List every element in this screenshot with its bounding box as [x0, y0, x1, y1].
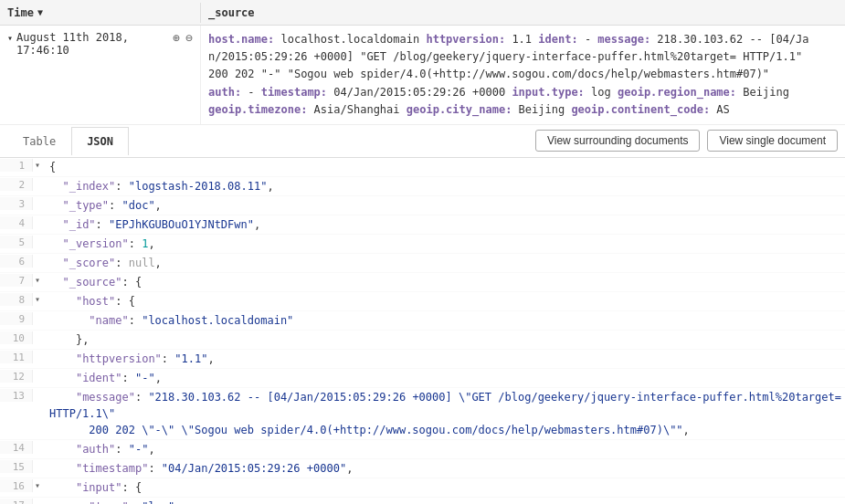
- json-line: 1 ▾ {: [0, 158, 845, 177]
- json-line: 17 "type": "log": [0, 498, 845, 504]
- sort-icon[interactable]: ▼: [37, 7, 43, 17]
- json-line: 11 "httpversion": "1.1",: [0, 350, 845, 369]
- json-line: 4 "_id": "EPJhKGUBOuO1YJNtDFwn",: [0, 215, 845, 235]
- tabs-bar: Table JSON View surrounding documents Vi…: [0, 125, 845, 158]
- log-timestamp: August 11th 2018, 17:46:10: [16, 31, 167, 57]
- json-line: 8 ▾ "host": {: [0, 292, 845, 311]
- json-line: 5 "_version": 1,: [0, 235, 845, 254]
- zoom-out-icon[interactable]: ⊖: [185, 31, 193, 45]
- time-label: Time: [7, 6, 34, 19]
- time-column-header[interactable]: Time ▼: [0, 3, 201, 23]
- json-line: 13 "message": "218.30.103.62 -- [04/Jan/…: [0, 388, 845, 440]
- view-surrounding-button[interactable]: View surrounding documents: [535, 130, 701, 152]
- source-column-header: _source: [201, 3, 262, 23]
- json-line: 7 ▾ "_source": {: [0, 273, 845, 292]
- table-header: Time ▼ _source: [0, 0, 845, 26]
- json-line: 15 "timestamp": "04/Jan/2015:05:29:26 +0…: [0, 459, 845, 478]
- log-entry-row: ▾ August 11th 2018, 17:46:10 ⊕ ⊖ host.na…: [0, 26, 845, 125]
- expand-icon[interactable]: ▾: [7, 33, 13, 43]
- tabs-right: View surrounding documents View single d…: [535, 130, 838, 152]
- field-pair-3: geoip.timezone: Asia/Shanghai geoip.city…: [208, 103, 730, 116]
- log-source-cell: host.name: localhost.localdomain httpver…: [201, 26, 845, 124]
- json-line: 14 "auth": "-",: [0, 440, 845, 459]
- field-pair: host.name: localhost.localdomain httpver…: [208, 33, 809, 80]
- log-time-cell: ▾ August 11th 2018, 17:46:10 ⊕ ⊖: [0, 26, 201, 124]
- json-line: 12 "ident": "-",: [0, 369, 845, 388]
- zoom-in-icon[interactable]: ⊕: [173, 31, 180, 45]
- json-line: 6 "_score": null,: [0, 254, 845, 273]
- tab-json[interactable]: JSON: [71, 127, 129, 155]
- tab-table[interactable]: Table: [7, 127, 71, 155]
- json-content-area: 1 ▾ { 2 "_index": "logstash-2018.08.11",…: [0, 158, 845, 504]
- json-line: 10 },: [0, 331, 845, 350]
- tabs-left: Table JSON: [7, 127, 129, 154]
- json-line: 3 "_type": "doc",: [0, 196, 845, 215]
- view-single-button[interactable]: View single document: [707, 130, 838, 152]
- json-line: 9 "name": "localhost.localdomain": [0, 311, 845, 331]
- field-pair-2: auth: - timestamp: 04/Jan/2015:05:29:26 …: [208, 86, 789, 99]
- json-line: 16 ▾ "input": {: [0, 478, 845, 498]
- json-line: 2 "_index": "logstash-2018.08.11",: [0, 177, 845, 196]
